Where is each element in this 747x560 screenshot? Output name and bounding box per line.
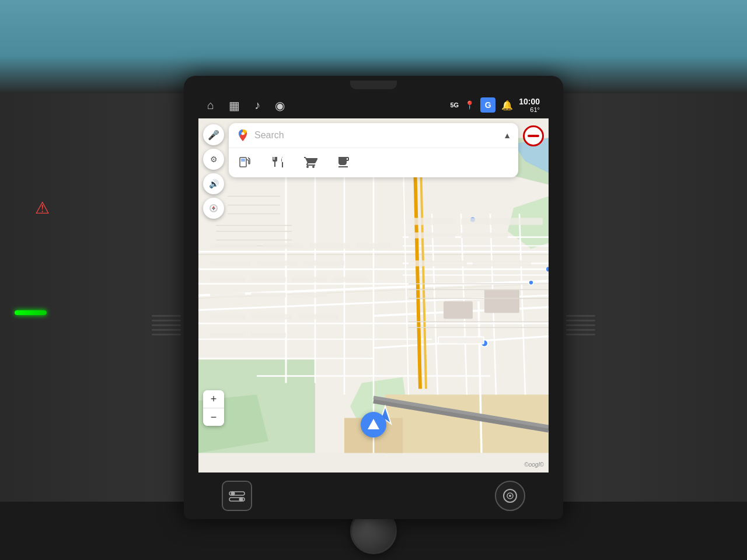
left-vent — [152, 315, 181, 335]
signal-label: 5G — [451, 102, 459, 108]
navigation-button[interactable] — [361, 412, 386, 438]
volume-button[interactable]: 🔊 — [203, 173, 224, 194]
temperature: 61° — [519, 106, 540, 114]
svg-rect-70 — [210, 261, 251, 266]
dashboard-left: ⚠ — [0, 93, 193, 502]
svg-point-91 — [249, 158, 250, 159]
svg-rect-65 — [473, 261, 531, 267]
svg-rect-86 — [439, 338, 483, 344]
svg-rect-73 — [210, 277, 245, 282]
svg-rect-72 — [303, 261, 344, 266]
google-account-badge[interactable]: G — [480, 97, 495, 113]
dashboard: ⚠ ⌂ ▦ ♪ — [0, 0, 747, 560]
svg-rect-79 — [292, 293, 327, 298]
svg-point-93 — [231, 492, 235, 496]
svg-rect-46 — [484, 290, 519, 313]
search-top: Search ▲ — [229, 123, 518, 148]
chevron-up-icon[interactable]: ▲ — [503, 131, 511, 140]
right-button-area — [523, 125, 544, 146]
svg-rect-84 — [251, 332, 286, 338]
svg-rect-82 — [298, 314, 338, 320]
apps-icon[interactable]: ▦ — [229, 99, 240, 113]
svg-rect-45 — [444, 302, 473, 319]
restaurant-button[interactable] — [267, 152, 288, 173]
search-placeholder[interactable]: Search — [254, 130, 498, 141]
svg-rect-67 — [263, 243, 303, 249]
compass-button[interactable] — [203, 198, 224, 219]
camera-icon — [502, 488, 518, 503]
svg-rect-66 — [210, 243, 257, 249]
arrow-triangle-icon — [368, 419, 379, 429]
svg-rect-68 — [309, 243, 350, 249]
svg-point-56 — [529, 281, 533, 285]
bezel-bump — [350, 80, 397, 89]
status-bar-right: 5G 📍 G 🔔 10:00 61° — [451, 97, 540, 114]
indicator-light — [15, 310, 47, 315]
svg-rect-76 — [333, 277, 368, 282]
zoom-in-button[interactable]: + — [203, 390, 224, 408]
svg-rect-75 — [292, 277, 327, 282]
home-icon[interactable]: ⌂ — [207, 99, 214, 112]
svg-point-95 — [239, 498, 243, 502]
svg-rect-60 — [461, 218, 508, 225]
left-bezel-button[interactable] — [222, 481, 252, 511]
time-display: 10:00 61° — [519, 97, 540, 114]
svg-rect-64 — [409, 261, 467, 267]
dashboard-right — [554, 93, 747, 502]
svg-rect-71 — [257, 261, 298, 266]
alert-icon: ⚠ — [35, 198, 50, 218]
svg-rect-69 — [356, 243, 391, 249]
zoom-out-button[interactable]: − — [203, 408, 224, 426]
left-buttons: 🎤 ⚙ 🔊 — [203, 124, 224, 219]
screen-bezel: ⌂ ▦ ♪ ◉ 5G 📍 G 🔔 10:00 61° — [184, 76, 563, 519]
svg-rect-81 — [251, 314, 292, 320]
music-icon[interactable]: ♪ — [254, 99, 260, 112]
clock: 10:00 — [519, 97, 540, 107]
svg-rect-61 — [508, 218, 543, 225]
right-bezel-button[interactable] — [495, 481, 525, 511]
map-screen: 🎤 ⚙ 🔊 — [198, 118, 549, 473]
svg-rect-63 — [461, 233, 508, 239]
status-bar: ⌂ ▦ ♪ ◉ 5G 📍 G 🔔 10:00 61° — [198, 92, 549, 118]
search-container: Search ▲ — [229, 123, 518, 177]
svg-rect-77 — [210, 293, 245, 298]
gps-icon: 📍 — [465, 100, 474, 110]
maps-nav-icon[interactable]: ◉ — [275, 99, 285, 113]
svg-point-88 — [242, 132, 245, 135]
restriction-button[interactable] — [523, 125, 544, 146]
search-categories — [229, 148, 518, 177]
gas-station-button[interactable] — [235, 152, 256, 173]
svg-rect-90 — [241, 159, 245, 162]
svg-rect-62 — [409, 233, 455, 239]
grocery-button[interactable] — [300, 152, 321, 173]
microphone-button[interactable]: 🎤 — [203, 124, 224, 145]
bottom-bezel — [198, 473, 549, 519]
cafe-button[interactable] — [333, 152, 354, 173]
settings-button[interactable]: ⚙ — [203, 149, 224, 170]
nav-icons: ⌂ ▦ ♪ ◉ — [207, 99, 285, 113]
location-arrow — [361, 412, 386, 438]
zoom-controls: + − — [203, 390, 224, 426]
notification-icon[interactable]: 🔔 — [501, 100, 513, 111]
svg-rect-78 — [251, 293, 286, 298]
svg-rect-83 — [210, 332, 245, 338]
right-vent — [566, 315, 595, 335]
svg-rect-80 — [210, 314, 245, 320]
svg-point-98 — [509, 495, 511, 497]
search-bar: Search ▲ — [229, 123, 518, 177]
google-maps-logo — [236, 128, 250, 142]
svg-rect-59 — [409, 218, 455, 225]
svg-rect-74 — [251, 277, 286, 282]
toggle-icon — [229, 490, 245, 502]
